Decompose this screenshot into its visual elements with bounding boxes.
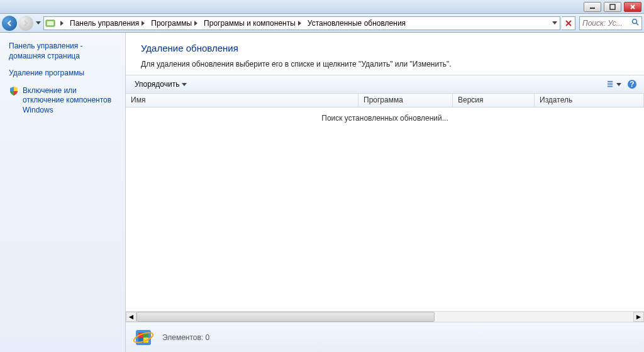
sidebar-home-link[interactable]: Панель управления - домашняя страница	[9, 41, 116, 61]
breadcrumb-label: Установленные обновления	[308, 19, 406, 28]
sidebar-uninstall-link[interactable]: Удаление программы	[9, 69, 116, 79]
maximize-button[interactable]	[604, 2, 621, 12]
page-title: Удаление обновления	[141, 43, 629, 53]
svg-line-9	[636, 23, 638, 25]
breadcrumb-programs-features[interactable]: Программы и компоненты	[200, 17, 304, 30]
svg-rect-1	[610, 4, 615, 9]
svg-text:?: ?	[630, 80, 634, 89]
navigation-bar: Панель управления Программы Программы и …	[0, 14, 644, 33]
breadcrumb-control-panel[interactable]: Панель управления	[66, 17, 147, 30]
search-icon	[631, 18, 639, 28]
control-panel-icon	[44, 18, 57, 28]
address-dropdown[interactable]	[548, 17, 560, 30]
column-headers: Имя Программа Версия Издатель	[126, 94, 644, 107]
nav-history-dropdown[interactable]	[35, 21, 42, 25]
sidebar: Панель управления - домашняя страница Уд…	[0, 33, 126, 352]
organize-button[interactable]: Упорядочить	[131, 79, 191, 90]
column-program[interactable]: Программа	[358, 94, 453, 107]
page-subtitle: Для удаления обновления выберите его в с…	[141, 60, 629, 69]
chevron-right-icon	[298, 21, 301, 26]
chevron-right-icon	[194, 21, 197, 26]
breadcrumb-label: Панель управления	[70, 19, 139, 28]
breadcrumb-programs[interactable]: Программы	[147, 17, 200, 30]
column-publisher[interactable]: Издатель	[535, 94, 644, 107]
back-button[interactable]	[2, 16, 17, 31]
svg-rect-12	[608, 85, 613, 87]
breadcrumb-label: Программы	[151, 19, 192, 28]
shield-icon	[9, 86, 19, 96]
address-bar[interactable]: Панель управления Программы Программы и …	[43, 16, 560, 30]
toolbar: Упорядочить ?	[126, 75, 644, 94]
scroll-left-arrow[interactable]: ◄	[126, 312, 136, 322]
breadcrumb-label: Программы и компоненты	[204, 19, 296, 28]
chevron-right-icon	[142, 21, 145, 26]
main-area: Панель управления - домашняя страница Уд…	[0, 33, 644, 352]
sidebar-windows-features-link[interactable]: Включение или отключение компонентов Win…	[9, 86, 116, 116]
breadcrumb-installed-updates[interactable]: Установленные обновления	[304, 17, 408, 30]
view-options-button[interactable]	[608, 77, 621, 91]
help-button[interactable]: ?	[625, 77, 639, 91]
window-titlebar	[0, 0, 644, 14]
horizontal-scrollbar[interactable]: ◄ ►	[126, 311, 644, 322]
stop-button[interactable]	[562, 16, 575, 30]
updates-list[interactable]: Поиск установленных обновлений...	[126, 107, 644, 311]
chevron-down-icon	[616, 83, 621, 86]
updates-icon	[132, 326, 155, 349]
sidebar-item-label: Включение или отключение компонентов Win…	[23, 86, 116, 116]
search-box[interactable]	[579, 16, 642, 30]
minimize-button[interactable]	[584, 2, 601, 12]
forward-button[interactable]	[18, 16, 33, 31]
svg-rect-11	[608, 84, 613, 85]
scroll-track[interactable]	[136, 312, 633, 322]
scroll-right-arrow[interactable]: ►	[633, 312, 644, 322]
svg-rect-10	[608, 81, 613, 82]
svg-point-8	[633, 19, 637, 24]
content-header: Удаление обновления Для удаления обновле…	[126, 33, 644, 75]
organize-label: Упорядочить	[135, 80, 179, 89]
column-version[interactable]: Версия	[453, 94, 535, 107]
chevron-down-icon	[182, 83, 187, 86]
close-button[interactable]	[624, 2, 641, 12]
scroll-thumb[interactable]	[136, 312, 435, 322]
search-input[interactable]	[582, 19, 626, 28]
content-pane: Удаление обновления Для удаления обновле…	[126, 33, 644, 352]
column-name[interactable]: Имя	[126, 94, 358, 107]
status-count: Элементов: 0	[162, 333, 209, 342]
svg-rect-5	[47, 21, 53, 25]
breadcrumb-root-arrow[interactable]	[57, 17, 66, 30]
status-bar: Элементов: 0	[126, 322, 644, 352]
searching-message: Поиск установленных обновлений...	[126, 107, 644, 129]
